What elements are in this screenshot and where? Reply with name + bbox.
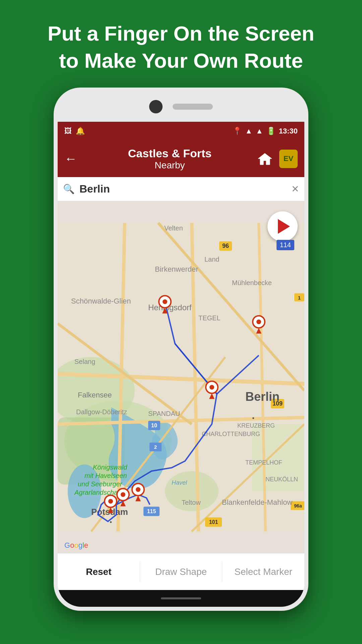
status-time: 13:30 (279, 127, 298, 136)
play-icon (278, 219, 290, 234)
reset-button[interactable]: Reset (58, 567, 140, 577)
svg-text:CHARLOTTENBURG: CHARLOTTENBURG (202, 431, 260, 437)
svg-text:Teltow: Teltow (182, 499, 201, 506)
svg-text:●: ● (252, 416, 254, 420)
svg-text:Dallgow-Döberitz: Dallgow-Döberitz (76, 408, 127, 416)
reset-label: Reset (86, 567, 111, 577)
draw-shape-label: Draw Shape (155, 567, 207, 577)
home-indicator (161, 597, 201, 599)
svg-text:115: 115 (147, 508, 156, 514)
wifi-icon: ▲ (245, 127, 252, 136)
notification-icon: 🔔 (76, 127, 85, 136)
svg-point-69 (136, 487, 140, 492)
svg-text:96a: 96a (294, 503, 302, 508)
svg-text:NEUKÖLLN: NEUKÖLLN (265, 476, 298, 483)
ev-badge-button[interactable]: EV (279, 150, 298, 168)
app-bar: ← Castles & Forts Nearby EV (58, 140, 304, 177)
status-right-icons: 📍 ▲ ▲ 🔋 13:30 (233, 127, 298, 136)
map-svg: 96 10 109 1 2 115 101 96a Birkenwerder M… (58, 201, 304, 553)
home-button[interactable] (256, 150, 274, 168)
home-bar (58, 590, 304, 607)
search-bar: 🔍 Berlin ✕ (58, 177, 304, 201)
svg-text:TEMPELHOF: TEMPELHOF (245, 459, 282, 466)
svg-point-75 (108, 499, 113, 504)
google-logo: Google (64, 541, 88, 550)
phone-screen: 🖼 🔔 📍 ▲ ▲ 🔋 13:30 ← Castles & Forts Near… (58, 92, 304, 607)
svg-text:2: 2 (154, 444, 157, 450)
status-bar: 🖼 🔔 📍 ▲ ▲ 🔋 13:30 (58, 122, 304, 140)
back-button[interactable]: ← (64, 152, 77, 166)
route-badge: 114 (277, 240, 294, 250)
header-line2: to Make Your Own Route (59, 49, 303, 72)
search-icon: 🔍 (63, 183, 75, 195)
select-marker-button[interactable]: Select Marker (222, 567, 304, 577)
draw-shape-button[interactable]: Draw Shape (140, 567, 222, 577)
svg-text:KREUZBERG: KREUZBERG (237, 422, 275, 429)
app-title-main: Castles & Forts (84, 147, 256, 160)
svg-text:Selang: Selang (74, 358, 95, 365)
svg-text:Mühlenbecke: Mühlenbecke (232, 279, 272, 286)
svg-text:Falkensee: Falkensee (78, 391, 112, 399)
svg-point-72 (121, 492, 125, 497)
svg-point-63 (256, 320, 261, 324)
svg-text:Blankenfelde-Mahlow: Blankenfelde-Mahlow (222, 498, 292, 506)
app-title-sub: Nearby (84, 160, 256, 171)
svg-text:und Seeburger: und Seeburger (78, 480, 123, 488)
svg-text:Schönwalde-Glien: Schönwalde-Glien (71, 297, 131, 305)
header-line1: Put a Finger On the Screen (48, 22, 314, 45)
clear-search-button[interactable]: ✕ (291, 183, 299, 195)
select-marker-label: Select Marker (234, 567, 292, 577)
svg-text:10: 10 (151, 423, 157, 428)
bottom-toolbar: Reset Draw Shape Select Marker (58, 553, 304, 590)
svg-marker-0 (258, 153, 272, 165)
speaker (173, 104, 213, 110)
svg-point-60 (163, 300, 167, 304)
battery-icon: 🔋 (266, 127, 276, 136)
status-left-icons: 🖼 🔔 (64, 127, 85, 136)
phone-device: 🖼 🔔 📍 ▲ ▲ 🔋 13:30 ← Castles & Forts Near… (54, 88, 308, 611)
location-icon: 📍 (233, 127, 242, 136)
svg-text:Berlin: Berlin (245, 390, 280, 404)
search-input[interactable]: Berlin (79, 183, 291, 195)
app-title: Castles & Forts Nearby (84, 147, 256, 171)
svg-text:101: 101 (209, 519, 218, 525)
signal-icon: ▲ (256, 127, 263, 136)
app-bar-actions: EV (256, 150, 298, 168)
svg-text:Königswald: Königswald (93, 464, 127, 471)
image-icon: 🖼 (64, 127, 72, 136)
svg-point-66 (209, 385, 214, 390)
svg-text:TEGEL: TEGEL (198, 314, 221, 322)
phone-top-bar (58, 92, 304, 122)
svg-text:SPANDAU: SPANDAU (148, 410, 180, 417)
map-area[interactable]: 96 10 109 1 2 115 101 96a Birkenwerder M… (58, 201, 304, 553)
camera (149, 100, 163, 113)
svg-text:Agrarlandschaft: Agrarlandschaft (74, 489, 122, 496)
svg-text:Havel: Havel (172, 479, 187, 486)
svg-text:Land: Land (204, 256, 220, 263)
svg-text:Birkenwerder: Birkenwerder (155, 265, 198, 273)
play-route-button[interactable] (267, 211, 298, 241)
svg-text:mit Havelseen: mit Havelseen (84, 472, 127, 479)
svg-text:96: 96 (222, 243, 229, 249)
svg-text:1: 1 (298, 295, 301, 301)
svg-text:Velten: Velten (164, 224, 183, 232)
header-title: Put a Finger On the Screen to Make Your … (21, 0, 341, 88)
